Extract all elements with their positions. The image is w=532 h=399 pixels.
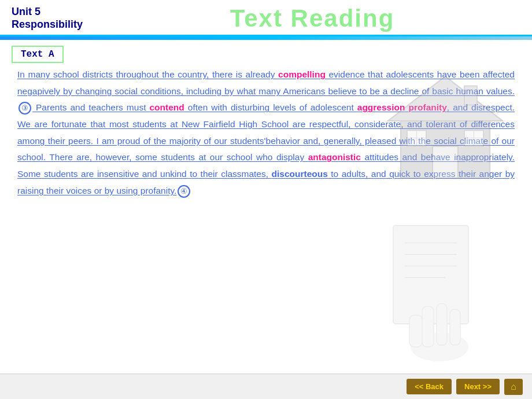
svg-marker-1: [388, 76, 503, 121]
svg-rect-10: [393, 226, 468, 324]
home-button[interactable]: ⌂: [504, 379, 523, 395]
unit-label: Unit 5 Responsibility: [12, 6, 104, 31]
header: Unit 5 Responsibility Text Reading: [0, 0, 532, 36]
word-contend: contend: [149, 102, 184, 112]
word-compelling: compelling: [278, 69, 326, 79]
page-title: Text Reading: [104, 5, 520, 32]
footer: << Back Next >> ⌂: [0, 374, 532, 399]
header-accent-bar: [0, 36, 532, 40]
text-cont2: Parents and teachers must: [32, 102, 149, 112]
svg-rect-2: [433, 146, 458, 178]
hand-watermark: [359, 214, 520, 364]
circle-3: ③: [19, 102, 31, 114]
svg-point-15: [411, 332, 468, 361]
word-antagonistic: antagonistic: [308, 152, 361, 162]
svg-rect-9: [464, 86, 477, 105]
svg-rect-18: [450, 309, 460, 345]
text-intro: In many school districts throughout the …: [17, 69, 278, 79]
next-button[interactable]: Next >>: [456, 379, 500, 394]
word-discourteous: discourteous: [271, 169, 327, 179]
circle-4: ④: [178, 185, 190, 198]
svg-rect-17: [437, 304, 447, 345]
back-button[interactable]: << Back: [407, 379, 452, 394]
unit-title: Responsibility: [12, 19, 104, 31]
text-cont3: often with disturbing levels of adolesce…: [184, 102, 357, 112]
svg-rect-16: [422, 306, 434, 347]
svg-rect-19: [409, 315, 422, 347]
home-icon: ⌂: [511, 382, 516, 392]
unit-number: Unit 5: [12, 6, 40, 17]
house-watermark: [382, 69, 509, 185]
text-a-tab[interactable]: Text A: [12, 46, 64, 63]
